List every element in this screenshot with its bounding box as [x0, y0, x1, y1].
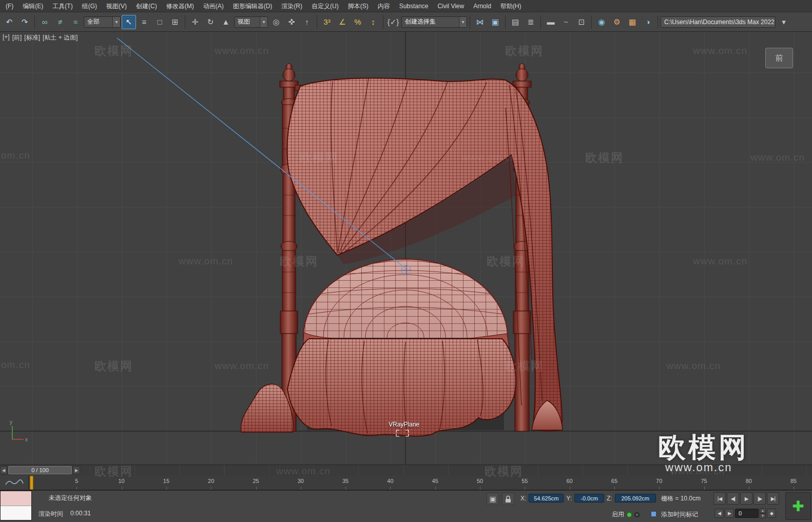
- menu-item-1[interactable]: 编辑(E): [18, 0, 48, 12]
- menu-item-13[interactable]: Substance: [395, 0, 433, 12]
- isolate-selection-icon[interactable]: ▣: [487, 493, 499, 505]
- render-production-icon[interactable]: ◑: [641, 15, 655, 29]
- menu-item-0[interactable]: (F): [1, 0, 18, 12]
- layer-explorer-icon[interactable]: ≣: [524, 15, 538, 29]
- menu-item-8[interactable]: 图形编辑器(D): [228, 0, 277, 12]
- macro-recorder-pane[interactable]: [1, 491, 31, 506]
- workspace-icon[interactable]: ▾: [777, 15, 791, 29]
- viewport-front[interactable]: x y [+][前][标准][粘土 + 边面] 前 VRayPlane: [0, 32, 812, 465]
- menu-item-10[interactable]: 自定义(U): [307, 0, 343, 12]
- chevron-down-icon[interactable]: ▾: [459, 17, 467, 27]
- time-slider-next-button[interactable]: ▶: [73, 466, 80, 474]
- menu-item-2[interactable]: 工具(T): [48, 0, 77, 12]
- reference-coordinate-dropdown[interactable]: 视图▾: [234, 16, 268, 28]
- menu-item-16[interactable]: 帮助(H): [496, 0, 526, 12]
- menu-item-3[interactable]: 组(G): [78, 0, 102, 12]
- menu-item-15[interactable]: Arnold: [469, 0, 496, 12]
- redo-icon[interactable]: ↷: [17, 15, 32, 29]
- curve-editor-icon[interactable]: ~: [559, 15, 573, 29]
- listener-pane[interactable]: [1, 506, 31, 520]
- chevron-down-icon[interactable]: ▾: [112, 17, 120, 27]
- selection-filter-dropdown[interactable]: 全部▾: [84, 16, 121, 28]
- frame-number-field[interactable]: 0: [735, 509, 759, 518]
- key-mode-toggle[interactable]: ◆: [767, 509, 776, 518]
- time-slider-track[interactable]: ◀ 0 / 100 ▶: [0, 465, 812, 475]
- add-time-tag-button[interactable]: 添加时间标记: [661, 510, 698, 519]
- ruler-tick-line: [570, 487, 570, 490]
- use-pivot-center-icon[interactable]: ◎: [269, 15, 283, 29]
- chevron-down-icon[interactable]: ▾: [260, 17, 267, 27]
- edit-named-selection-sets-icon[interactable]: {✓}: [386, 15, 400, 29]
- spinner-up-icon[interactable]: ▴: [760, 508, 766, 513]
- menu-item-4[interactable]: 视图(V): [102, 0, 131, 12]
- selection-lock-icon[interactable]: [502, 493, 514, 505]
- key-step-back-button[interactable]: ◀: [714, 509, 724, 518]
- reference-coordinate-dropdown-value: 视图: [238, 17, 250, 26]
- viewport-pov-menu[interactable]: [前]: [12, 33, 22, 42]
- time-slider-handle[interactable]: 0 / 100: [8, 466, 72, 474]
- menu-item-9[interactable]: 渲染(R): [277, 0, 307, 12]
- menu-item-5[interactable]: 创建(C): [131, 0, 162, 12]
- align-icon[interactable]: ▣: [488, 15, 502, 29]
- angle-snap-icon[interactable]: ∠: [335, 15, 350, 29]
- spinner-down-icon[interactable]: ▾: [760, 513, 766, 518]
- project-folder-field[interactable]: C:\Users\Han\Documents\3ds Max 2022▾: [661, 16, 776, 28]
- menu-item-11[interactable]: 脚本(S): [343, 0, 373, 12]
- select-rotate-icon[interactable]: ↻: [203, 15, 218, 29]
- y-coordinate-field[interactable]: -0.0cm: [574, 494, 604, 502]
- scene-explorer-icon[interactable]: ▤: [508, 15, 523, 29]
- keyboard-override-icon[interactable]: ↑: [300, 15, 314, 29]
- render-time-label: 渲染时间: [38, 510, 63, 518]
- viewport-label: [+][前][标准][粘土 + 边面]: [3, 33, 78, 42]
- menu-item-6[interactable]: 修改器(M): [162, 0, 199, 12]
- select-by-name-icon[interactable]: ≡: [137, 15, 151, 29]
- viewcube-front[interactable]: 前: [765, 48, 793, 68]
- select-object-icon[interactable]: ↖: [122, 15, 136, 29]
- next-frame-button[interactable]: |▶: [753, 492, 766, 505]
- window-crossing-icon[interactable]: ⊞: [168, 15, 182, 29]
- select-move-icon[interactable]: ✛: [188, 15, 202, 29]
- mirror-icon[interactable]: ⋈: [473, 15, 487, 29]
- frame-spinner[interactable]: ▴ ▾: [760, 508, 766, 518]
- viewport-plus-menu[interactable]: [+]: [3, 33, 10, 42]
- menu-item-14[interactable]: Civil View: [433, 0, 469, 12]
- disabled-indicator-icon[interactable]: [634, 512, 640, 517]
- time-slider-prev-button[interactable]: ◀: [0, 466, 7, 474]
- go-to-end-button[interactable]: ▶|: [767, 492, 779, 505]
- rendered-frame-icon[interactable]: ▦: [625, 15, 640, 29]
- menu-item-7[interactable]: 动画(A): [199, 0, 228, 12]
- toolbar-separator: [540, 15, 541, 29]
- scene-canvas[interactable]: x y: [0, 32, 812, 465]
- menu-item-12[interactable]: 内容: [373, 0, 395, 12]
- key-step-forward-button[interactable]: ▶: [725, 509, 734, 518]
- maximize-viewport-toggle[interactable]: ✚: [785, 492, 811, 520]
- spinner-snap-icon[interactable]: ↕: [366, 15, 380, 29]
- maxscript-mini-listener[interactable]: [0, 491, 32, 520]
- material-editor-icon[interactable]: ◉: [594, 15, 609, 29]
- percent-snap-icon[interactable]: %: [351, 15, 365, 29]
- unlink-icon[interactable]: ≠: [53, 15, 67, 29]
- main-toolbar: ↶↷∞≠≈全部▾↖≡□⊞✛↻▲视图▾◎✜↑3³∠%↕{✓}创建选择集▾⋈▣▤≣▬…: [0, 12, 812, 32]
- previous-frame-button[interactable]: ◀|: [727, 492, 739, 505]
- bind-spacewarp-icon[interactable]: ≈: [68, 15, 83, 29]
- select-link-icon[interactable]: ∞: [37, 15, 52, 29]
- select-manipulate-icon[interactable]: ✜: [284, 15, 299, 29]
- enabled-indicator-icon[interactable]: [627, 512, 632, 517]
- mini-curve-editor-button[interactable]: [0, 475, 29, 490]
- time-ruler[interactable]: 0510152025303540455055606570758085: [29, 475, 812, 490]
- go-to-start-button[interactable]: |◀: [713, 492, 726, 505]
- x-coordinate-field[interactable]: 54.625cm: [529, 494, 564, 502]
- viewport-standard-menu[interactable]: [标准]: [24, 33, 40, 42]
- render-setup-icon[interactable]: ⚙: [610, 15, 624, 29]
- current-frame-marker[interactable]: [30, 476, 33, 490]
- ribbon-toggle-icon[interactable]: ▬: [544, 15, 558, 29]
- select-scale-icon[interactable]: ▲: [219, 15, 233, 29]
- named-selection-sets-dropdown[interactable]: 创建选择集▾: [401, 16, 467, 28]
- viewport-shading-menu[interactable]: [粘土 + 边面]: [43, 33, 78, 42]
- z-coordinate-field[interactable]: 205.092cm: [615, 494, 656, 502]
- play-button[interactable]: ▶: [740, 492, 752, 505]
- snap-toggle-3d-icon[interactable]: 3³: [320, 15, 334, 29]
- rectangular-selection-icon[interactable]: □: [152, 15, 167, 29]
- schematic-view-icon[interactable]: ⊡: [574, 15, 589, 29]
- undo-icon[interactable]: ↶: [2, 15, 16, 29]
